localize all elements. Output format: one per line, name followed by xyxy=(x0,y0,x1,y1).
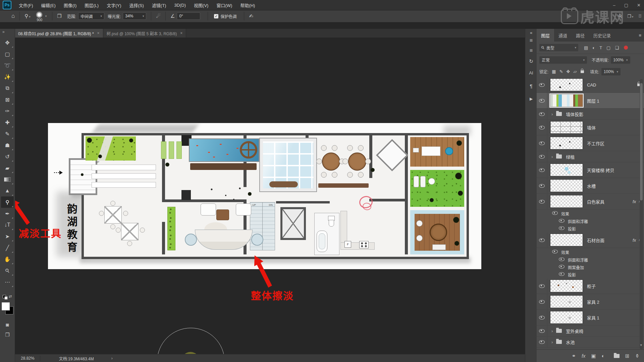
layer-row[interactable]: 柜子 xyxy=(537,278,644,294)
range-select[interactable]: 中间调▾ xyxy=(78,12,104,20)
pressure-size-icon[interactable]: ✍ xyxy=(247,13,255,19)
layer-thumbnail[interactable] xyxy=(550,78,583,91)
adjustments-panel-icon[interactable]: ≡ xyxy=(525,48,537,54)
layer-thumbnail[interactable] xyxy=(550,94,583,107)
layer-row[interactable]: 天窗楼梯 拷贝 xyxy=(537,162,644,178)
menu-item-view[interactable]: 视图(V) xyxy=(190,0,212,10)
visibility-toggle[interactable] xyxy=(537,194,547,209)
effect-eye-icon[interactable] xyxy=(559,265,565,269)
layer-effect-row[interactable]: 斜面和浮雕 xyxy=(537,218,644,225)
healing-brush-tool[interactable]: ✚ xyxy=(1,117,14,128)
visibility-toggle[interactable] xyxy=(537,135,547,151)
layer-row[interactable]: 墙体 xyxy=(537,120,644,135)
paragraph-panel-icon[interactable]: ¶ xyxy=(525,83,537,89)
blend-mode-select[interactable]: 正常▾ xyxy=(539,56,587,64)
expand-panels-icon[interactable]: « xyxy=(525,30,537,35)
actions-panel-icon[interactable]: ▶ xyxy=(525,97,537,101)
maximize-button[interactable]: ▢ xyxy=(624,3,628,8)
layer-thumbnail[interactable] xyxy=(550,121,583,134)
protect-tones-checkbox[interactable]: ✓ xyxy=(214,14,218,18)
status-expand-icon[interactable]: › xyxy=(111,356,113,361)
visibility-toggle[interactable] xyxy=(537,162,547,178)
foreground-color-swatch[interactable] xyxy=(2,302,10,310)
swap-colors-icon[interactable]: ⇄ xyxy=(9,294,12,299)
close-tab-icon[interactable]: × xyxy=(180,31,182,36)
list-collapse-icon[interactable]: ▾ xyxy=(640,343,642,347)
layer-search-field[interactable]: ⚲ 类型 ▾ xyxy=(539,44,578,51)
layer-effects-badge[interactable]: fx xyxy=(633,238,636,243)
marquee-tool[interactable]: ▢ xyxy=(1,48,14,60)
layer-group-row[interactable]: ›绿植 xyxy=(537,151,644,162)
layer-row[interactable]: 白色家具fx˄ xyxy=(537,194,644,209)
visibility-toggle[interactable] xyxy=(537,310,547,325)
layer-effect-row[interactable]: 效果 xyxy=(537,209,644,218)
more-tools[interactable]: ⋯ xyxy=(1,276,14,288)
history-brush-tool[interactable]: ↺ xyxy=(1,151,14,162)
filter-shape-layers-icon[interactable]: ▢ xyxy=(606,45,610,50)
menu-item-help[interactable]: 帮助(H) xyxy=(236,0,259,10)
menu-item-filter[interactable]: 滤镜(T) xyxy=(148,0,170,10)
layer-effect-row[interactable]: 图案叠加 xyxy=(537,263,644,271)
layer-thumbnail[interactable] xyxy=(550,137,583,149)
panel-scrollbar[interactable] xyxy=(640,79,643,349)
visibility-toggle[interactable] xyxy=(537,93,547,108)
new-layer-icon[interactable]: ⊞ xyxy=(625,353,630,359)
panel-menu-icon[interactable]: ≡ xyxy=(639,33,641,38)
document-tab-inactive[interactable]: 树.psd @ 100% (图层 5 副本 3, RGB/8)× xyxy=(103,29,186,38)
menu-item-3d[interactable]: 3D(D) xyxy=(170,0,190,10)
layer-effects-icon[interactable]: fx xyxy=(582,353,586,359)
layer-effect-row[interactable]: 斜面和浮雕 xyxy=(537,256,644,263)
effect-eye-icon[interactable] xyxy=(552,211,558,216)
filter-toggle-icon[interactable] xyxy=(624,46,628,50)
move-tool[interactable]: ✥ xyxy=(1,37,14,48)
zoom-tool[interactable]: ⚲ xyxy=(1,265,14,276)
menu-item-file[interactable]: 文件(F) xyxy=(15,0,37,10)
layer-row[interactable]: 图层 1 xyxy=(537,93,644,109)
properties-panel-icon[interactable]: ≡ xyxy=(525,38,537,44)
group-expand-icon[interactable]: › xyxy=(551,112,553,117)
fill-input[interactable]: 100%▾ xyxy=(601,68,621,75)
filter-type-layers-icon[interactable]: T xyxy=(599,45,602,50)
menu-item-type[interactable]: 文字(Y) xyxy=(103,0,125,10)
filter-smart-objects-icon[interactable]: ❏ xyxy=(615,45,619,50)
panel-tab-layers[interactable]: 图层 xyxy=(537,29,554,42)
effect-eye-icon[interactable] xyxy=(552,250,558,254)
exposure-select[interactable]: 34%▾ xyxy=(123,12,146,20)
workspace-icon[interactable]: ❐▾ xyxy=(627,14,633,19)
character-panel-icon[interactable]: AI xyxy=(525,70,537,75)
layer-row[interactable]: CAD xyxy=(537,77,644,93)
effect-eye-icon[interactable] xyxy=(559,219,565,224)
visibility-toggle[interactable] xyxy=(537,178,547,193)
close-tab-icon[interactable]: × xyxy=(97,31,100,36)
layer-thumbnail[interactable] xyxy=(550,164,583,176)
visibility-toggle[interactable] xyxy=(537,278,547,294)
lock-transparency-icon[interactable]: ▦ xyxy=(552,69,556,74)
visibility-toggle[interactable] xyxy=(537,77,547,93)
menu-item-edit[interactable]: 编辑(E) xyxy=(37,0,60,10)
brush-settings-panel-icon[interactable]: ❒ xyxy=(55,13,63,19)
visibility-toggle[interactable] xyxy=(537,337,547,347)
layer-effect-row[interactable]: 投影 xyxy=(537,271,644,278)
eraser-tool[interactable]: ▰ xyxy=(1,162,14,174)
layer-group-row[interactable]: ›墙体投影 xyxy=(537,109,644,120)
layer-effects-badge[interactable]: fx xyxy=(633,199,636,204)
path-selection-tool[interactable]: ➤ xyxy=(1,231,14,242)
lock-position-icon[interactable]: ✥ xyxy=(567,69,570,74)
dodge-tool-preset-icon[interactable]: ⚲▾ xyxy=(22,13,33,19)
gradient-tool[interactable] xyxy=(1,174,14,185)
layer-thumbnail[interactable] xyxy=(550,195,583,208)
canvas-area[interactable]: UP 韵湖教育 xyxy=(15,38,525,354)
group-expand-icon[interactable]: › xyxy=(551,340,553,345)
layer-thumbnail[interactable] xyxy=(550,234,583,246)
menu-item-window[interactable]: 窗口(W) xyxy=(212,0,236,10)
brush-tool[interactable]: ✎ xyxy=(1,128,14,139)
layer-group-icon[interactable] xyxy=(614,354,620,358)
angle-input[interactable]: 0° xyxy=(177,12,200,20)
effect-eye-icon[interactable] xyxy=(559,226,565,231)
delete-layer-icon[interactable]: ⚱ xyxy=(635,353,639,359)
magic-wand-tool[interactable]: ✨ xyxy=(1,71,14,82)
panel-tab-history[interactable]: 历史记录 xyxy=(589,29,615,42)
lock-artboard-icon[interactable]: ▱ xyxy=(573,69,577,74)
filter-pixel-layers-icon[interactable]: ▤ xyxy=(584,45,588,50)
layer-thumbnail[interactable] xyxy=(550,179,583,192)
